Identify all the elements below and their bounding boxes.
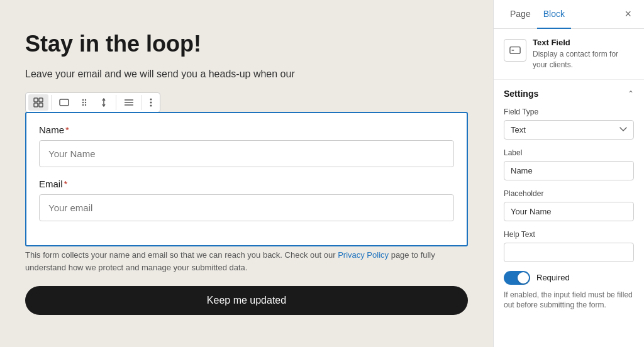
- name-field-group: Name*: [39, 124, 454, 167]
- panel-tabs: Page Block: [504, 0, 571, 28]
- help-text-setting: Help Text: [504, 230, 634, 262]
- close-button[interactable]: ×: [622, 5, 634, 23]
- page-title: Stay in the loop!: [25, 30, 468, 57]
- svg-point-8: [85, 102, 86, 103]
- settings-section: Settings ⌃ Field Type Text Email Number …: [494, 80, 644, 320]
- panel-header: Page Block ×: [494, 0, 644, 29]
- svg-rect-2: [34, 103, 38, 107]
- name-input[interactable]: [39, 140, 454, 167]
- required-toggle-row: Required: [504, 271, 634, 285]
- field-type-setting: Field Type Text Email Number URL Tel: [504, 107, 634, 140]
- placeholder-setting: Placeholder: [504, 189, 634, 221]
- help-text-input[interactable]: [504, 243, 634, 262]
- drag-icon-button[interactable]: [75, 95, 93, 110]
- label-field-label: Label: [504, 148, 634, 157]
- svg-rect-0: [34, 98, 38, 102]
- required-help-text: If enabled, the input field must be fill…: [504, 290, 634, 311]
- svg-rect-3: [39, 103, 43, 107]
- help-text-field-label: Help Text: [504, 230, 634, 239]
- editor-area: Stay in the loop! Leave your email and w…: [0, 0, 493, 347]
- chevron-up-icon: ⌃: [628, 89, 634, 98]
- svg-point-7: [82, 102, 84, 103]
- svg-rect-17: [510, 47, 520, 54]
- svg-point-14: [150, 99, 152, 101]
- email-required-star: *: [64, 179, 68, 189]
- settings-title: Settings: [504, 89, 538, 99]
- settings-section-header: Settings ⌃: [504, 89, 634, 99]
- block-description: Display a contact form for your clients.: [533, 49, 634, 70]
- align-icon-button[interactable]: [119, 96, 139, 109]
- move-icon-button[interactable]: [94, 95, 113, 110]
- required-label: Required: [536, 273, 570, 282]
- label-input[interactable]: [504, 161, 634, 180]
- submit-button[interactable]: Keep me updated: [25, 286, 468, 315]
- form-container: Name* Email*: [25, 112, 468, 246]
- block-info: Text Field Display a contact form for yo…: [494, 29, 644, 80]
- toolbar-divider-2: [116, 95, 116, 110]
- label-setting: Label: [504, 148, 634, 180]
- svg-point-15: [150, 102, 152, 104]
- settings-panel: Page Block × Text Field Display a contac…: [493, 0, 644, 347]
- placeholder-field-label: Placeholder: [504, 189, 634, 198]
- svg-point-5: [82, 99, 84, 101]
- email-field-group: Email*: [39, 179, 454, 221]
- name-required-star: *: [65, 124, 69, 135]
- placeholder-input[interactable]: [504, 202, 634, 221]
- svg-point-16: [150, 105, 152, 107]
- page-subtitle: Leave your email and we will send you a …: [25, 69, 468, 80]
- field-type-select[interactable]: Text Email Number URL Tel: [504, 120, 634, 140]
- block-icon: [504, 39, 526, 62]
- name-field-label: Name*: [39, 124, 454, 135]
- grid-icon-button[interactable]: [28, 94, 48, 111]
- toolbar-divider-1: [51, 95, 52, 110]
- svg-rect-4: [60, 99, 69, 106]
- required-toggle[interactable]: [504, 271, 530, 285]
- more-icon-button[interactable]: [145, 94, 157, 111]
- svg-point-6: [85, 99, 86, 101]
- privacy-policy-link[interactable]: Privacy Policy: [338, 250, 389, 260]
- svg-point-10: [85, 104, 86, 106]
- svg-point-9: [82, 104, 84, 106]
- email-field-label: Email*: [39, 179, 454, 189]
- block-toolbar: [25, 92, 160, 113]
- field-type-label: Field Type: [504, 107, 634, 116]
- input-icon-button[interactable]: [54, 96, 74, 109]
- block-info-text: Text Field Display a contact form for yo…: [533, 38, 634, 70]
- block-name: Text Field: [533, 38, 634, 47]
- toolbar-divider-3: [142, 95, 142, 110]
- tab-page[interactable]: Page: [504, 0, 537, 29]
- email-input[interactable]: [39, 194, 454, 221]
- svg-rect-1: [39, 98, 43, 102]
- tab-block[interactable]: Block: [537, 0, 571, 29]
- form-note: This form collects your name and email s…: [25, 249, 468, 273]
